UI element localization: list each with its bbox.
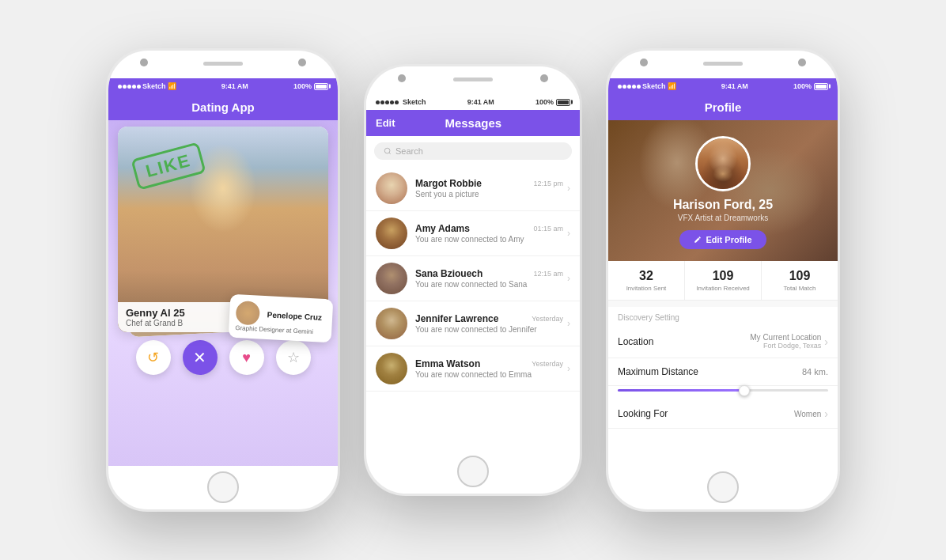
penelope-job: Graphic Designer at Gemini [235, 324, 325, 336]
phone-3-status-bar: Sketch 📶 9:41 AM 100% [608, 78, 838, 94]
phone-3: Sketch 📶 9:41 AM 100% Profile [606, 48, 840, 512]
distance-slider-container[interactable] [608, 386, 838, 399]
svg-point-2 [384, 148, 390, 153]
slider-track [618, 389, 828, 392]
penelope-card: Penelope Cruz Graphic Designer at Gemini [229, 294, 334, 343]
discovery-title: Discovery Setting [608, 307, 838, 325]
phone-1-header: Dating App [108, 94, 338, 120]
discovery-max-distance: Maximum Distance 84 km. [608, 358, 838, 386]
phone-2-camera-right [540, 74, 548, 82]
phone-3-home-button[interactable] [707, 471, 739, 503]
profile-avatar [695, 136, 751, 191]
phone-3-camera-left [640, 59, 648, 66]
phone-camera-left [140, 59, 148, 66]
message-time-0: 12:15 pm [533, 180, 563, 187]
avatar-sana [376, 263, 407, 294]
profile-job: VFX Artist at Dreamworks [678, 214, 768, 222]
message-name-2: Sana Bziouech [415, 268, 482, 279]
stat-number-0: 32 [612, 269, 680, 283]
slider-fill [618, 389, 744, 392]
discovery-section: Discovery Setting Location My Current Lo… [608, 307, 838, 466]
phone-2: Sketch 9:41 AM 100% Edit Messages [364, 64, 582, 496]
phone-2-speaker [453, 78, 493, 81]
stat-number-2: 109 [766, 269, 834, 283]
search-placeholder: Search [395, 146, 423, 156]
stat-label-1: Invitation Received [689, 285, 757, 292]
stat-label-0: Invitation Sent [612, 285, 680, 292]
phone-1-home-button[interactable] [207, 471, 239, 503]
star-button[interactable]: ☆ [276, 340, 311, 375]
messages-edit-button[interactable]: Edit [376, 117, 395, 129]
phone-2-content: Search Margot Robbie 12:15 pm Sent yo [366, 136, 580, 450]
message-preview-2: You are now connected to Sana [415, 280, 563, 289]
phone-speaker-1 [203, 62, 243, 66]
discovery-location-value: My Current Location Fort Dodge, Texas › [750, 333, 828, 350]
message-item-3[interactable]: Jennifer Lawrence Yesterday You are now … [366, 301, 580, 346]
discovery-distance-value: 84 km. [802, 367, 828, 376]
phone-1-screen: Sketch 📶 9:41 AM 100% Dating App [108, 78, 338, 466]
message-preview-4: You are now connected to Emma [415, 370, 563, 379]
message-time-2: 12:15 am [533, 270, 563, 278]
message-preview-3: You are now connected to Jennifer [415, 325, 563, 334]
phone-2-status-bar: Sketch 9:41 AM 100% [366, 94, 580, 110]
stat-label-2: Total Match [766, 285, 834, 292]
phone-2-home-button[interactable] [457, 456, 489, 487]
stat-invitation-sent: 32 Invitation Sent [608, 261, 685, 300]
avatar-jennifer [376, 308, 407, 339]
card-stack: LIKE Genny Al 25 Chef at Grand B [118, 127, 328, 332]
message-item-1[interactable]: Amy Adams 01:15 am You are now connected… [366, 211, 580, 256]
stat-total-match: 109 Total Match [762, 261, 838, 300]
discovery-distance-label: Maximum Distance [618, 366, 698, 377]
message-name-1: Amy Adams [415, 223, 470, 234]
message-list: Margot Robbie 12:15 pm Sent you a pictur… [366, 166, 580, 450]
like-button[interactable]: ♥ [229, 340, 264, 375]
chevron-icon-0: › [567, 183, 570, 194]
slider-thumb[interactable] [739, 385, 750, 396]
phone-2-screen: Sketch 9:41 AM 100% Edit Messages [366, 94, 580, 450]
action-buttons: ↺ ✕ ♥ ☆ [108, 340, 338, 375]
profile-hero: Harison Ford, 25 VFX Artist at Dreamwork… [608, 120, 838, 261]
phone-1-status-bar: Sketch 📶 9:41 AM 100% [108, 78, 338, 94]
phone-2-time: 9:41 AM [467, 98, 494, 106]
phone-1-time: 9:41 AM [221, 82, 248, 90]
phone-2-camera-left [398, 74, 406, 82]
penelope-avatar [236, 301, 261, 326]
close-button[interactable]: ✕ [183, 340, 218, 375]
rewind-button[interactable]: ↺ [136, 340, 171, 375]
profile-stats: 32 Invitation Sent 109 Invitation Receiv… [608, 261, 838, 301]
message-name-0: Margot Robbie [415, 178, 482, 189]
search-bar[interactable]: Search [374, 142, 572, 160]
phone-3-speaker [703, 62, 743, 66]
messages-title: Messages [445, 116, 501, 130]
phone-3-content: Harison Ford, 25 VFX Artist at Dreamwork… [608, 120, 838, 466]
message-preview-1: You are now connected to Amy [415, 235, 563, 244]
avatar-amy [376, 218, 407, 249]
message-item-0[interactable]: Margot Robbie 12:15 pm Sent you a pictur… [366, 166, 580, 211]
chevron-icon-1: › [567, 228, 570, 239]
phone-1-content: LIKE Genny Al 25 Chef at Grand B [108, 120, 338, 466]
message-name-4: Emma Watson [415, 358, 480, 369]
message-preview-0: Sent you a picture [415, 190, 563, 199]
phone-3-screen: Sketch 📶 9:41 AM 100% Profile [608, 78, 838, 466]
message-item-4[interactable]: Emma Watson Yesterday You are now connec… [366, 346, 580, 392]
message-name-3: Jennifer Lawrence [415, 313, 498, 324]
like-badge: LIKE [131, 142, 206, 190]
discovery-location[interactable]: Location My Current Location Fort Dodge,… [608, 325, 838, 358]
phones-container: Sketch 📶 9:41 AM 100% Dating App [90, 32, 856, 528]
edit-profile-button[interactable]: Edit Profile [679, 230, 766, 249]
phone-camera-right [298, 59, 306, 66]
profile-avatar-image [698, 138, 748, 189]
phone-2-shell: Sketch 9:41 AM 100% Edit Messages [366, 66, 580, 494]
message-item-2[interactable]: Sana Bziouech 12:15 am You are now conne… [366, 256, 580, 301]
pencil-icon [694, 236, 702, 244]
discovery-location-label: Location [618, 336, 653, 347]
phone-3-shell: Sketch 📶 9:41 AM 100% Profile [608, 51, 838, 509]
chevron-icon-2: › [567, 273, 570, 284]
phone-3-header: Profile [608, 94, 838, 120]
avatar-emma [376, 353, 407, 384]
profile-title: Profile [705, 100, 742, 114]
stat-invitation-received: 109 Invitation Received [685, 261, 762, 300]
discovery-looking-value: Women › [794, 407, 828, 420]
chevron-icon-4: › [567, 363, 570, 374]
discovery-looking-for[interactable]: Looking For Women › [608, 399, 838, 429]
